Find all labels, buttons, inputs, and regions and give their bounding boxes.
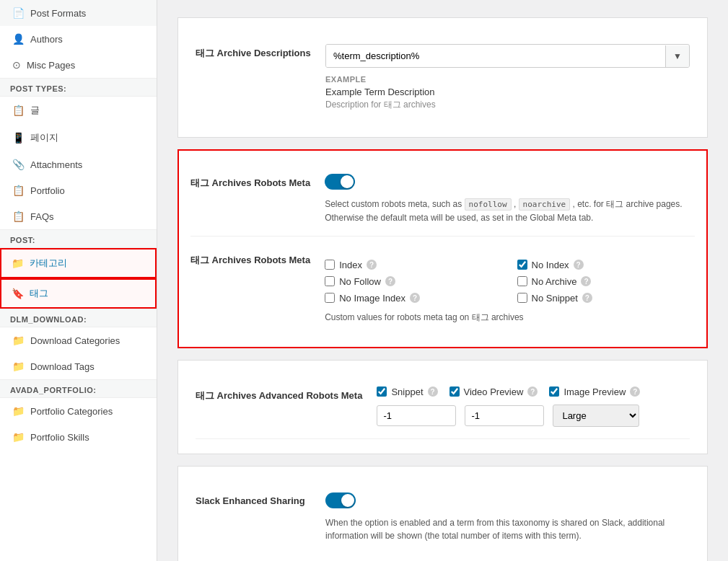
sidebar-item-post-formats[interactable]: 📄 Post Formats [0,0,157,26]
checkbox-no-image-index: No Image Index ? [325,293,502,304]
advanced-checks: Snippet ? Video Preview ? Image Preview … [377,386,690,397]
slack-toggle-thumb [341,494,354,507]
sidebar-item-portfolio[interactable]: 📋 Portfolio [0,177,157,203]
checkbox-no-index-label[interactable]: No Index [532,260,569,270]
checkbox-no-archive-input[interactable] [517,276,527,286]
section-post: Post: [0,229,157,248]
portfolio-categories-icon: 📁 [12,405,25,417]
no-archive-help-icon[interactable]: ? [581,276,591,286]
example-label: EXAMPLE [325,75,690,84]
portfolio-icon: 📋 [12,185,25,196]
checkbox-no-snippet-label[interactable]: No Snippet [532,293,578,304]
advanced-inputs: Large Standard None [377,405,690,427]
video-preview-checkbox[interactable] [449,386,460,397]
sidebar-item-tag[interactable]: 🔖 태그 [0,278,157,309]
section-dlm: Dlm_download: [0,309,157,327]
sidebar: 📄 Post Formats 👤 Authors ⊙ Misc Pages Po… [0,0,157,561]
checkbox-index: Index ? [325,260,502,270]
sidebar-item-geul[interactable]: 📋 글 [0,97,157,124]
sidebar-item-authors[interactable]: 👤 Authors [0,26,157,52]
tag-icon: 🔖 [12,288,24,299]
robots-meta-toggle-content: Select custom robots meta, such as nofol… [325,174,695,224]
advanced-robots-row: 태그 Archives Advanced Robots Meta Snippet… [196,375,690,439]
download-tags-icon: 📁 [12,361,25,372]
slack-sharing-block: Slack Enhanced Sharing When the option i… [177,466,708,562]
no-index-help-icon[interactable]: ? [574,260,584,270]
archive-descriptions-content: ▼ EXAMPLE Example Term Description Descr… [325,44,690,111]
no-follow-help-icon[interactable]: ? [385,276,395,286]
slack-sharing-label: Slack Enhanced Sharing [196,492,311,506]
snippet-check[interactable]: Snippet ? [377,386,437,397]
index-help-icon[interactable]: ? [367,260,377,270]
checkbox-no-snippet: No Snippet ? [517,293,695,304]
sidebar-item-page[interactable]: 📱 페이지 [0,124,157,151]
checkbox-no-index: No Index ? [517,260,695,270]
example-desc: Description for 태그 archives [325,99,690,111]
sidebar-item-portfolio-categories[interactable]: 📁 Portfolio Categories [0,398,157,424]
robots-meta-checkboxes-content: Index ? No Index ? No Follow ? [325,251,695,324]
archive-descriptions-row: 태그 Archive Descriptions ▼ EXAMPLE Exampl… [196,32,690,123]
video-preview-check[interactable]: Video Preview ? [449,386,538,397]
archive-descriptions-block: 태그 Archive Descriptions ▼ EXAMPLE Exampl… [177,17,708,138]
section-avada: Avada_portfolio: [0,379,157,398]
slack-sharing-content: When the option is enabled and a term fr… [325,492,690,542]
robots-meta-checkboxes-row: 태그 Archives Robots Meta Index ? No Index… [190,242,695,335]
category-icon: 📁 [12,257,24,269]
checkbox-no-follow-label[interactable]: No Follow [339,276,381,287]
authors-icon: 👤 [12,33,25,45]
archive-descriptions-dropdown-btn[interactable]: ▼ [665,45,689,67]
checkbox-no-image-index-label[interactable]: No Image Index [339,293,405,304]
checkbox-no-index-input[interactable] [517,260,527,270]
checkbox-no-follow: No Follow ? [325,276,502,287]
toggle-thumb [341,175,354,188]
image-preview-checkbox[interactable] [549,386,559,397]
advanced-robots-block: 태그 Archives Advanced Robots Meta Snippet… [177,360,708,454]
sidebar-item-category[interactable]: 📁 카테고리 [0,248,157,278]
sidebar-item-portfolio-skills[interactable]: 📁 Portfolio Skills [0,424,157,450]
post-formats-icon: 📄 [12,7,25,19]
robots-meta-section: 태그 Archives Robots Meta Select custom ro… [177,149,708,348]
no-snippet-help-icon[interactable]: ? [582,293,592,303]
robots-meta-toggle-label: 태그 Archives Robots Meta [190,174,310,190]
sidebar-item-misc-pages[interactable]: ⊙ Misc Pages [0,52,157,78]
portfolio-skills-icon: 📁 [12,431,25,443]
robots-meta-desc: Select custom robots meta, such as nofol… [325,198,695,224]
page-icon: 📱 [12,132,25,143]
advanced-robots-label: 태그 Archives Advanced Robots Meta [196,386,362,402]
image-preview-select-field: Large Standard None [553,405,639,427]
main-content: 태그 Archive Descriptions ▼ EXAMPLE Exampl… [157,0,728,561]
no-image-index-help-icon[interactable]: ? [410,293,420,303]
sidebar-item-attachments[interactable]: 📎 Attachments [0,151,157,177]
sidebar-item-faqs[interactable]: 📋 FAQs [0,203,157,229]
snippet-input-field [377,405,456,426]
geul-icon: 📋 [12,105,25,116]
checkbox-no-archive-label[interactable]: No Archive [532,276,577,287]
video-preview-input[interactable] [465,405,544,426]
custom-robots-desc: Custom values for robots meta tag on 태그 … [325,311,695,324]
archive-descriptions-input[interactable] [326,45,665,67]
code-noarchive: noarchive [519,198,571,211]
checkbox-grid: Index ? No Index ? No Follow ? [325,260,695,304]
snippet-help-icon[interactable]: ? [428,386,438,397]
checkbox-no-image-index-input[interactable] [325,293,335,303]
video-preview-help-icon[interactable]: ? [527,386,538,397]
sidebar-item-download-tags[interactable]: 📁 Download Tags [0,353,157,379]
sidebar-item-download-categories[interactable]: 📁 Download Categories [0,327,157,353]
attachments-icon: 📎 [12,159,25,170]
checkbox-index-input[interactable] [325,260,335,270]
snippet-checkbox[interactable] [377,386,387,397]
slack-sharing-row: Slack Enhanced Sharing When the option i… [196,481,690,554]
download-categories-icon: 📁 [12,335,25,346]
archive-descriptions-input-wrapper: ▼ [325,44,690,68]
slack-sharing-toggle[interactable] [325,492,356,508]
checkbox-no-snippet-input[interactable] [517,293,527,303]
checkbox-index-label[interactable]: Index [339,260,362,270]
snippet-input[interactable] [377,405,456,426]
image-preview-help-icon[interactable]: ? [630,386,640,397]
code-nofollow: nofollow [465,198,512,211]
robots-meta-toggle[interactable] [325,174,355,190]
image-preview-select[interactable]: Large Standard None [553,405,639,427]
checkbox-no-follow-input[interactable] [325,276,335,286]
image-preview-check[interactable]: Image Preview ? [549,386,640,397]
section-post-types: Post Types: [0,78,157,97]
